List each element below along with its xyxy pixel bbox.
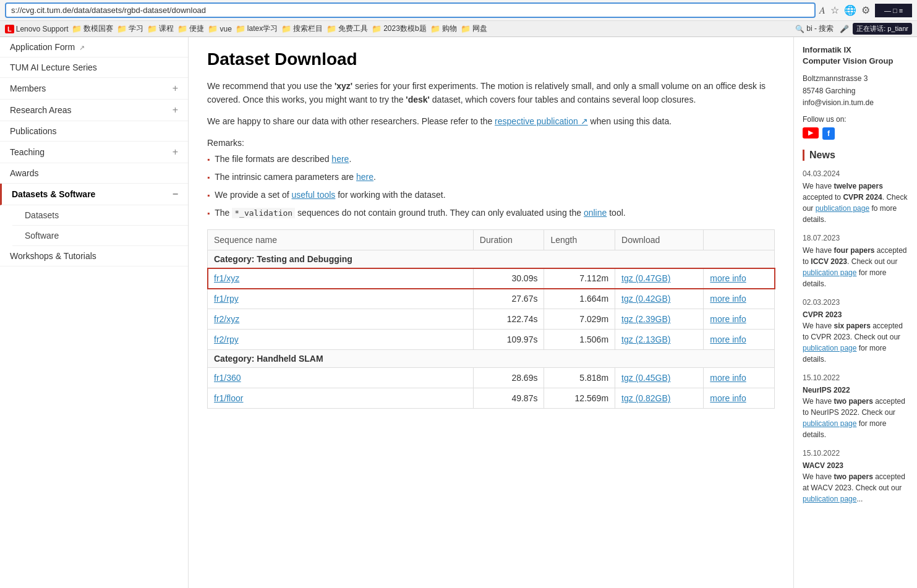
- sidebar-item-members[interactable]: Members +: [0, 78, 188, 100]
- bookmark-9-label: 2023数模b题: [383, 23, 426, 34]
- tgz-link[interactable]: tgz (2.13GB): [621, 334, 670, 344]
- youtube-icon[interactable]: ▶: [803, 127, 819, 138]
- sidebar-item-awards[interactable]: Awards: [0, 163, 188, 184]
- tgz-link[interactable]: tgz (0.47GB): [621, 273, 670, 283]
- folder-icon-11: 📁: [461, 24, 471, 33]
- publication-page-link[interactable]: publication page: [816, 204, 869, 213]
- bookmark-2[interactable]: 📁学习: [117, 23, 143, 34]
- sidebar-item-publications[interactable]: Publications: [0, 121, 188, 142]
- online-tool-link[interactable]: online: [584, 208, 607, 218]
- folder-icon-8: 📁: [326, 24, 336, 33]
- seq-link[interactable]: fr2/rpy: [214, 334, 239, 344]
- address-bar[interactable]: [5, 2, 816, 18]
- bookmark-icon[interactable]: ☆: [830, 4, 839, 16]
- news-section: News 04.03.2024 We have twelve papers ac…: [803, 150, 908, 505]
- right-sidebar: Informatik IXComputer Vision Group Boltz…: [793, 37, 917, 588]
- seq-link[interactable]: fr1/xyz: [214, 273, 239, 283]
- seq-name: fr1/360: [208, 368, 474, 388]
- globe-icon[interactable]: 🌐: [844, 4, 856, 16]
- tgz-link[interactable]: tgz (2.39GB): [621, 314, 670, 324]
- file-formats-link[interactable]: here: [331, 154, 349, 164]
- dataset-table: Sequence name Duration Length Download C…: [207, 229, 775, 409]
- length-cell: 5.818m: [544, 368, 615, 388]
- tgz-link[interactable]: tgz (0.45GB): [621, 373, 670, 383]
- main-content: Dataset Download We recommend that you u…: [189, 37, 793, 588]
- table-row: fr1/xyz 30.09s 7.112m tgz (0.47GB) more …: [208, 268, 775, 289]
- respective-publication-link[interactable]: respective publication ↗: [495, 116, 588, 126]
- read-mode-icon[interactable]: 𝐴: [819, 5, 825, 16]
- sidebar-item-software[interactable]: Software: [12, 226, 188, 246]
- useful-tools-link[interactable]: useful tools: [292, 190, 336, 200]
- bookmark-6[interactable]: 📁latex学习: [236, 23, 278, 34]
- publication-page-link[interactable]: publication page: [803, 344, 856, 352]
- seq-link[interactable]: fr1/360: [214, 373, 241, 383]
- bookmark-7[interactable]: 📁搜索栏目: [281, 23, 323, 34]
- sidebar-item-teaching[interactable]: Teaching +: [0, 142, 188, 163]
- bookmark-lenovo-label: Lenovo Support: [16, 25, 69, 33]
- table-row: fr1/rpy 27.67s 1.664m tgz (0.42GB) more …: [208, 289, 775, 309]
- bookmark-4[interactable]: 📁便捷: [177, 23, 204, 34]
- bookmark-5[interactable]: 📁vue: [208, 24, 231, 33]
- length-cell: 1.506m: [544, 330, 615, 350]
- camera-params-link[interactable]: here: [356, 172, 373, 182]
- more-info-link[interactable]: more info: [710, 314, 746, 324]
- folder-icon-4: 📁: [177, 24, 187, 33]
- table-header: Sequence name Duration Length Download: [208, 230, 775, 250]
- more-info-link[interactable]: more info: [710, 273, 746, 283]
- bookmark-10[interactable]: 📁购物: [430, 23, 457, 34]
- mic-icon: 🎤: [840, 25, 849, 33]
- table-header-row: Sequence name Duration Length Download: [208, 230, 775, 250]
- publication-page-link[interactable]: publication page: [803, 495, 856, 503]
- sidebar-item-research-areas[interactable]: Research Areas +: [0, 100, 188, 121]
- bookmark-1[interactable]: 📁数模国赛: [72, 23, 113, 34]
- news-item-5: 15.10.2022 WACV 2023We have two papers a…: [803, 448, 908, 505]
- seq-link[interactable]: fr1/floor: [214, 393, 243, 403]
- news-item-1: 04.03.2024 We have twelve papers accepte…: [803, 168, 908, 225]
- publication-page-link[interactable]: publication page: [803, 268, 856, 277]
- expand-icon: +: [173, 104, 178, 116]
- bookmark-11[interactable]: 📁网盘: [461, 23, 487, 34]
- bookmark-8[interactable]: 📁免费工具: [326, 23, 368, 34]
- settings-icon[interactable]: ⚙: [861, 4, 870, 16]
- sidebar-item-tum-ai[interactable]: TUM AI Lecture Series: [0, 58, 188, 78]
- download-cell: tgz (0.42GB): [615, 289, 704, 309]
- sidebar-item-workshops[interactable]: Workshops & Tutorials: [0, 246, 188, 266]
- more-cell: more info: [704, 388, 775, 409]
- more-info-link[interactable]: more info: [710, 294, 746, 304]
- bookmark-3[interactable]: 📁课程: [147, 23, 174, 34]
- bookmark-lenovo[interactable]: L Lenovo Support: [5, 25, 68, 33]
- bookmark-5-label: vue: [220, 25, 231, 33]
- seq-link[interactable]: fr1/rpy: [214, 294, 239, 304]
- tgz-link[interactable]: tgz (0.82GB): [621, 393, 670, 403]
- seq-link[interactable]: fr2/xyz: [214, 314, 239, 324]
- sidebar-item-datasets-software[interactable]: Datasets & Software −: [0, 184, 188, 205]
- address-bar-row: 𝐴 ☆ 🌐 ⚙ — □ ≡: [0, 0, 917, 21]
- bookmark-9[interactable]: 📁2023数模b题: [372, 23, 426, 34]
- table-row: fr1/360 28.69s 5.818m tgz (0.45GB) more …: [208, 368, 775, 388]
- table-row: fr1/floor 49.87s 12.569m tgz (0.82GB) mo…: [208, 388, 775, 409]
- org-name: Informatik IXComputer Vision Group: [803, 45, 908, 67]
- bullet-4-text: The *_validation sequences do not contai…: [215, 207, 625, 219]
- sidebar-item-label: Application Form ↗: [10, 42, 85, 52]
- more-cell: more info: [704, 268, 775, 289]
- sidebar-item-label: Awards: [10, 168, 38, 178]
- more-info-link[interactable]: more info: [710, 393, 746, 403]
- table-row: fr2/rpy 109.97s 1.506m tgz (2.13GB) more…: [208, 330, 775, 350]
- download-cell: tgz (2.13GB): [615, 330, 704, 350]
- duration-cell: 28.69s: [473, 368, 544, 388]
- tgz-link[interactable]: tgz (0.42GB): [621, 294, 670, 304]
- more-info-link[interactable]: more info: [710, 334, 746, 344]
- bookmark-11-label: 网盘: [472, 23, 487, 34]
- sidebar-item-application-form[interactable]: Application Form ↗: [0, 37, 188, 58]
- facebook-icon[interactable]: f: [822, 127, 835, 140]
- search-box: 🔍 bi - 搜索: [795, 23, 834, 34]
- publication-page-link[interactable]: publication page: [803, 419, 856, 428]
- external-link-icon: ↗: [79, 44, 85, 51]
- collapse-icon: −: [173, 189, 178, 200]
- bullet-2-text: The intrinsic camera parameters are here…: [215, 171, 376, 184]
- news-text: WACV 2023We have two papers accepted at …: [803, 460, 908, 505]
- more-info-link[interactable]: more info: [710, 373, 746, 383]
- bookmark-8-label: 免费工具: [338, 23, 368, 34]
- col-header-more: [704, 230, 775, 250]
- sidebar-item-datasets[interactable]: Datasets: [12, 205, 188, 226]
